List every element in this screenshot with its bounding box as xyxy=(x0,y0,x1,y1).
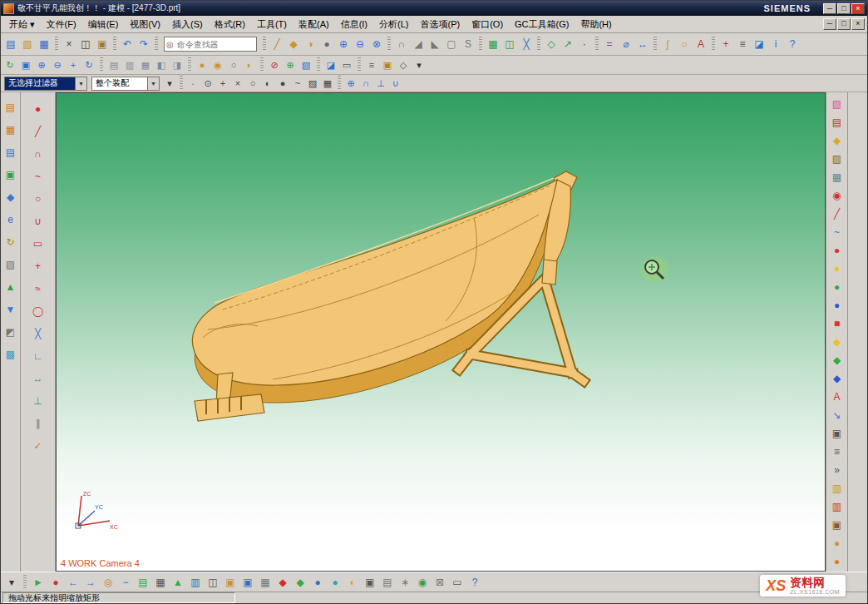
chart-button[interactable]: ▥ xyxy=(187,574,204,591)
trimetric-view-button[interactable]: ◨ xyxy=(170,57,185,72)
web-browser-tab[interactable]: e xyxy=(2,211,18,227)
camera-view-button[interactable]: ▣ xyxy=(362,574,378,591)
back-button[interactable]: ← xyxy=(65,574,81,591)
fillet-tool[interactable]: ∪ xyxy=(30,213,46,229)
paste-button[interactable]: ▣ xyxy=(94,36,111,52)
pad-button[interactable]: ▭ xyxy=(449,574,466,591)
open-file-button[interactable]: ▨ xyxy=(19,36,36,52)
tube-button[interactable]: ○ xyxy=(676,36,693,52)
manufacturing-wizards-tab[interactable]: ▼ xyxy=(2,301,18,317)
wcs-dynamics-button[interactable]: + xyxy=(718,36,734,52)
point-button[interactable]: ∙ xyxy=(576,36,593,52)
cut-button[interactable]: × xyxy=(61,36,77,52)
grid-button[interactable]: ▦ xyxy=(257,574,274,591)
wcs-triad[interactable]: XC YC ZC xyxy=(68,488,118,536)
menu-start[interactable]: 开始 ▾ xyxy=(3,17,41,32)
system-materials-tab[interactable]: ▨ xyxy=(2,256,18,272)
close-button[interactable]: × xyxy=(851,3,865,14)
command-finder-input[interactable] xyxy=(175,39,254,50)
red-square-icon[interactable]: ■ xyxy=(829,315,845,331)
rectangle-tool[interactable]: ▭ xyxy=(30,235,46,251)
show-object-button[interactable]: ⊕ xyxy=(283,57,298,72)
datum-axis-button[interactable]: ↗ xyxy=(560,36,576,52)
mid-point-snap-button[interactable]: ⊙ xyxy=(200,76,215,91)
green-diamond-button[interactable]: ◆ xyxy=(292,574,308,591)
red-diamond-button[interactable]: ◆ xyxy=(274,574,291,591)
make-corner-tool[interactable]: ∟ xyxy=(30,348,46,364)
document-button[interactable]: ▤ xyxy=(379,574,396,591)
clip-section-button[interactable]: ◪ xyxy=(323,57,338,72)
materials-icon[interactable]: ▤ xyxy=(829,114,845,130)
edge-blend-button[interactable]: ∩ xyxy=(393,36,410,52)
constraints-tool[interactable]: ⊥ xyxy=(30,393,46,408)
gold-box-button[interactable]: ▣ xyxy=(222,574,239,591)
menu-gc-toolbox[interactable]: GC工具箱(G) xyxy=(509,17,575,32)
arc-center-snap-button[interactable]: ○ xyxy=(245,76,260,91)
camera-icon[interactable]: ▣ xyxy=(829,425,845,441)
measure-distance-button[interactable]: ⌀ xyxy=(618,36,634,52)
top-view-button[interactable]: ▥ xyxy=(122,57,137,72)
expression-button[interactable]: = xyxy=(601,36,618,52)
render-style-button[interactable]: ◐ xyxy=(344,574,361,591)
decals-icon[interactable]: ◆ xyxy=(829,132,845,148)
redo-button[interactable]: ↷ xyxy=(136,36,152,52)
more-views-button[interactable]: ▾ xyxy=(412,57,427,72)
fit-view-button[interactable]: ▣ xyxy=(18,57,33,72)
gold-disc-icon[interactable]: ● xyxy=(829,535,845,551)
settings-button[interactable]: ∗ xyxy=(397,574,413,591)
maximize-button[interactable]: □ xyxy=(837,3,851,14)
child-restore-button[interactable]: □ xyxy=(837,18,851,30)
line-tool[interactable]: ╱ xyxy=(30,123,46,139)
edit-object-display-button[interactable]: ▧ xyxy=(298,57,313,72)
child-minimize-button[interactable]: ─ xyxy=(823,18,836,30)
cyan-dot-button[interactable]: ● xyxy=(327,574,343,591)
chevron-icon[interactable]: » xyxy=(829,462,845,478)
refresh-button[interactable]: ↻ xyxy=(2,57,17,72)
menu-format[interactable]: 格式(R) xyxy=(209,17,251,32)
profile-tool[interactable]: ● xyxy=(30,101,46,116)
arc-tool[interactable]: ∩ xyxy=(30,146,46,161)
collapse-button[interactable]: − xyxy=(117,574,134,591)
intersection-snap-button[interactable]: × xyxy=(230,76,245,91)
menu-window[interactable]: 窗口(O) xyxy=(466,17,509,32)
zoom-out-button[interactable]: ⊖ xyxy=(50,57,65,72)
red-line-icon[interactable]: ╱ xyxy=(829,205,845,221)
curve-rule-button[interactable]: ∩ xyxy=(358,76,373,91)
perspective-button[interactable]: ◇ xyxy=(396,57,411,72)
menu-file[interactable]: 文件(F) xyxy=(41,17,82,32)
selection-filter-dropdown[interactable]: 无选择过滤器 ▼ xyxy=(4,77,87,91)
child-close-button[interactable]: × xyxy=(851,18,865,30)
unite-button[interactable]: ⊕ xyxy=(335,36,352,52)
right-view-button[interactable]: ▦ xyxy=(138,57,153,72)
minimize-button[interactable]: ─ xyxy=(823,3,836,14)
rotate-view-button[interactable]: ↻ xyxy=(81,57,96,72)
end-point-snap-button[interactable]: ∙ xyxy=(185,76,200,91)
extrude-button[interactable]: ◆ xyxy=(285,36,302,52)
mirror-feature-button[interactable]: ◫ xyxy=(501,36,518,52)
chevron-down-icon[interactable]: ▼ xyxy=(75,77,86,90)
zoom-in-button[interactable]: ⊕ xyxy=(34,57,49,72)
blue-sphere-icon[interactable]: ● xyxy=(829,297,845,313)
text-a-icon[interactable]: A xyxy=(829,389,845,404)
view-section-button[interactable]: ◪ xyxy=(751,36,767,52)
trim-body-button[interactable]: ╳ xyxy=(518,36,535,52)
curve-icon[interactable]: ~ xyxy=(829,224,845,240)
yellow-cube-icon[interactable]: ◆ xyxy=(829,334,845,349)
play-button[interactable]: ► xyxy=(30,574,47,591)
constraint-navigator-tab[interactable]: ▦ xyxy=(2,121,18,137)
yellow-sphere-icon[interactable]: ● xyxy=(829,260,845,276)
move-object-button[interactable]: ↔ xyxy=(634,36,651,52)
history-tab[interactable]: ↻ xyxy=(2,234,18,250)
isometric-view-button[interactable]: ◧ xyxy=(154,57,169,72)
shell-button[interactable]: ▢ xyxy=(443,36,460,52)
pattern-feature-button[interactable]: ▦ xyxy=(485,36,501,52)
follow-fillet-button[interactable]: ∪ xyxy=(388,76,403,91)
split-view-button[interactable]: ◫ xyxy=(205,574,221,591)
wireframe-view-button[interactable]: ○ xyxy=(226,57,241,72)
system-scenes-tab[interactable]: ▩ xyxy=(2,346,18,362)
blue-box-button[interactable]: ▣ xyxy=(239,574,256,591)
part-navigator-tab[interactable]: ▤ xyxy=(2,144,18,160)
reuse-library-tab[interactable]: ▣ xyxy=(2,166,18,182)
sweep-button[interactable]: ∫ xyxy=(659,36,676,52)
model-3d-part[interactable] xyxy=(181,166,605,449)
